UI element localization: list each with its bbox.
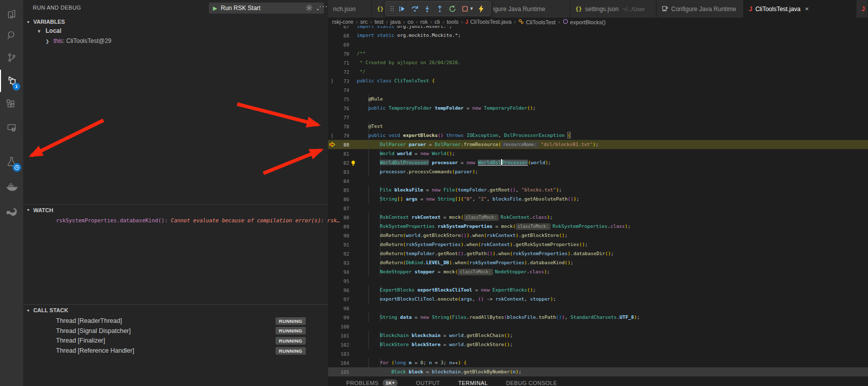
code-line-101[interactable]: 101 Blockchain blockchain = world.getBlo…: [328, 331, 868, 340]
thread-name: Thread [Reference Handler]: [56, 347, 276, 354]
tab-clitoolstest.java[interactable]: JCliToolsTest.java×: [744, 0, 856, 18]
code-line-92[interactable]: 92 doReturn(tempFolder.getRoot().getPath…: [328, 249, 868, 258]
tab-hidden-6[interactable]: J: [856, 0, 868, 18]
call-stack-thread-row[interactable]: Thread [Finalizer]RUNNING: [23, 335, 328, 346]
code-line-88[interactable]: 88 RskContext rskContext = mock(classToM…: [328, 213, 868, 222]
continue-icon[interactable]: [396, 2, 408, 15]
panel-tab-output[interactable]: OUTPUT: [416, 377, 440, 386]
code-line-79[interactable]: )79 public void exportBlocks() throws IO…: [328, 131, 868, 140]
fold-glyph[interactable]: ): [328, 78, 336, 84]
code-line-100[interactable]: 100: [328, 322, 868, 331]
hot-code-replace-icon[interactable]: [475, 2, 487, 15]
breadcrumb-item-java[interactable]: java: [391, 19, 401, 25]
code-line-73[interactable]: )73public class CliToolsTest {: [328, 76, 868, 85]
breadcrumb[interactable]: rskj-core›src›test›java›co›rsk›cli›tools…: [328, 18, 868, 26]
debug-current-line-arrow-icon[interactable]: [328, 141, 336, 148]
code-line-69[interactable]: 69: [328, 40, 868, 49]
breadcrumb-item-clitoolstest[interactable]: CliToolsTest: [518, 19, 556, 25]
tab-label: Configure Java Runtime: [671, 6, 736, 13]
code-editor[interactable]: 67import static org.junit.Assert.*;68imp…: [328, 26, 868, 376]
code-line-96[interactable]: 96 ExportBlocks exportBlocksCliTool = ne…: [328, 285, 868, 295]
start-debug-icon[interactable]: ▶: [213, 5, 217, 12]
code-line-103[interactable]: 103: [328, 349, 868, 358]
code-line-68[interactable]: 68import static org.mockito.Mockito.*;: [328, 31, 868, 40]
code-line-75[interactable]: 75 @Rule: [328, 94, 868, 104]
code-line-82[interactable]: 82 WorldDslProcessor processor = new Wor…: [328, 158, 868, 167]
configure-launch-gear-icon[interactable]: [305, 4, 313, 14]
step-over-icon[interactable]: [408, 2, 421, 15]
code-line-86[interactable]: 86 String[] args = new String[]{"0", "2"…: [328, 195, 868, 204]
code-line-80[interactable]: 80 DslParser parser = DslParser.fromReso…: [328, 140, 868, 149]
call-stack-thread-row[interactable]: Thread [Signal Dispatcher]RUNNING: [23, 326, 328, 336]
run-debug-icon[interactable]: 1: [0, 70, 23, 92]
code-line-81[interactable]: 81 World world = new World();: [328, 149, 868, 158]
call-stack-thread-row[interactable]: Thread [ReaderThread]RUNNING: [23, 316, 328, 326]
breadcrumb-item-rsk[interactable]: rsk: [420, 19, 428, 25]
variables-scope-local[interactable]: ▼ Local: [37, 27, 62, 34]
code-line-76[interactable]: 76 public TemporaryFolder tempFolder = n…: [328, 104, 868, 113]
panel-tab-debug-console[interactable]: DEBUG CONSOLE: [506, 377, 557, 386]
call-stack-section-header[interactable]: ▼ CALL STACK: [23, 305, 328, 316]
tab-settings.json[interactable]: {}settings.json~/.../User: [570, 0, 657, 18]
watch-section-header[interactable]: ▼ WATCH: [23, 205, 328, 216]
code-line-105[interactable]: 105 Block block = blockchain.getBlockByN…: [328, 367, 868, 376]
test-beaker-icon[interactable]: [0, 151, 23, 173]
step-into-icon[interactable]: [421, 2, 433, 15]
breadcrumb-item-rskj-core[interactable]: rskj-core: [332, 19, 353, 25]
code-line-84[interactable]: 84: [328, 176, 868, 185]
code-line-93[interactable]: 93 doReturn(DbKind.LEVEL_DB).when(rskSys…: [328, 258, 868, 267]
thread-status-badge: RUNNING: [276, 327, 306, 334]
code-line-94[interactable]: 94 NodeStopper stopper = mock(classToMoc…: [328, 267, 868, 276]
toolbar-drag-handle[interactable]: [389, 5, 396, 12]
code-line-87[interactable]: 87: [328, 204, 868, 213]
panel-tab-terminal[interactable]: TERMINAL: [458, 377, 488, 386]
restart-icon[interactable]: [446, 2, 459, 15]
code-line-70[interactable]: 70/**: [328, 49, 868, 58]
code-line-104[interactable]: 104 for (long n = 0; n < 3; n++) {: [328, 358, 868, 367]
breadcrumb-item-clitoolstest.java[interactable]: JCliToolsTest.java: [465, 19, 511, 25]
code-line-89[interactable]: 89 RskSystemProperties rskSystemProperti…: [328, 222, 868, 231]
code-line-91[interactable]: 91 doReturn(rskSystemProperties).when(rs…: [328, 240, 868, 249]
breadcrumb-item-co[interactable]: co: [407, 19, 413, 25]
explorer-icon[interactable]: [0, 3, 23, 25]
panel-tab-problems[interactable]: PROBLEMS1K+: [346, 376, 398, 386]
step-out-icon[interactable]: [433, 2, 446, 15]
code-line-72[interactable]: 72 */: [328, 67, 868, 76]
breadcrumb-item-test[interactable]: test: [374, 19, 384, 25]
tab-nch.json[interactable]: nch.json: [328, 0, 372, 18]
code-line-83[interactable]: 83 processor.processCommands(parser);: [328, 167, 868, 176]
variables-section-header[interactable]: ▼ VARIABLES: [23, 16, 328, 27]
code-line-74[interactable]: 74: [328, 85, 868, 94]
code-line-85[interactable]: 85 File blocksFile = new File(tempFolder…: [328, 185, 868, 195]
variable-this-row[interactable]: ❯ this: CliToolsTest@29: [45, 37, 112, 44]
breadcrumb-item-src[interactable]: src: [360, 19, 368, 25]
docker-icon[interactable]: [0, 176, 23, 199]
source-control-icon[interactable]: [0, 46, 23, 69]
code-line-99[interactable]: 99 String data = new String(Files.readAl…: [328, 313, 868, 322]
search-icon[interactable]: [0, 24, 23, 46]
code-line-78[interactable]: 78 @Test: [328, 122, 868, 131]
extensions-icon[interactable]: [0, 93, 23, 116]
tab-configure-java-runtime[interactable]: Configure Java Runtime: [657, 0, 744, 18]
code-line-98[interactable]: 98: [328, 304, 868, 313]
close-icon[interactable]: ×: [805, 5, 809, 13]
code-line-102[interactable]: 102 BlockStore blockStore = world.getBlo…: [328, 340, 868, 349]
fold-glyph[interactable]: ): [328, 133, 336, 138]
remote-explorer-icon[interactable]: [0, 117, 23, 139]
line-number: 71: [336, 60, 349, 66]
lightbulb-icon[interactable]: [349, 158, 357, 167]
code-line-77[interactable]: 77: [328, 113, 868, 122]
code-line-97[interactable]: 97 exportBlocksCliTool.execute(args, () …: [328, 295, 868, 304]
breadcrumb-item-exportblocks-[interactable]: exportBlocks(): [563, 19, 606, 25]
more-actions-icon[interactable]: ···: [319, 2, 328, 10]
stop-options-chevron-icon[interactable]: ▼: [469, 6, 474, 11]
code-line-90[interactable]: 90 doReturn(world.getBlockStore()).when(…: [328, 231, 868, 240]
code-line-95[interactable]: 95: [328, 276, 868, 285]
code-line-71[interactable]: 71 * Created by ajlopez on 26/04/2020.: [328, 58, 868, 67]
gradle-icon[interactable]: [0, 201, 23, 223]
watch-expression-row[interactable]: rskSystemProperties.databaseKind(): Cann…: [56, 217, 340, 224]
call-stack-thread-row[interactable]: Thread [Reference Handler]RUNNING: [23, 346, 328, 356]
breadcrumb-item-cli[interactable]: cli: [435, 19, 440, 25]
code-line-67[interactable]: 67import static org.junit.Assert.*;: [328, 26, 868, 31]
breadcrumb-item-tools[interactable]: tools: [447, 19, 458, 25]
